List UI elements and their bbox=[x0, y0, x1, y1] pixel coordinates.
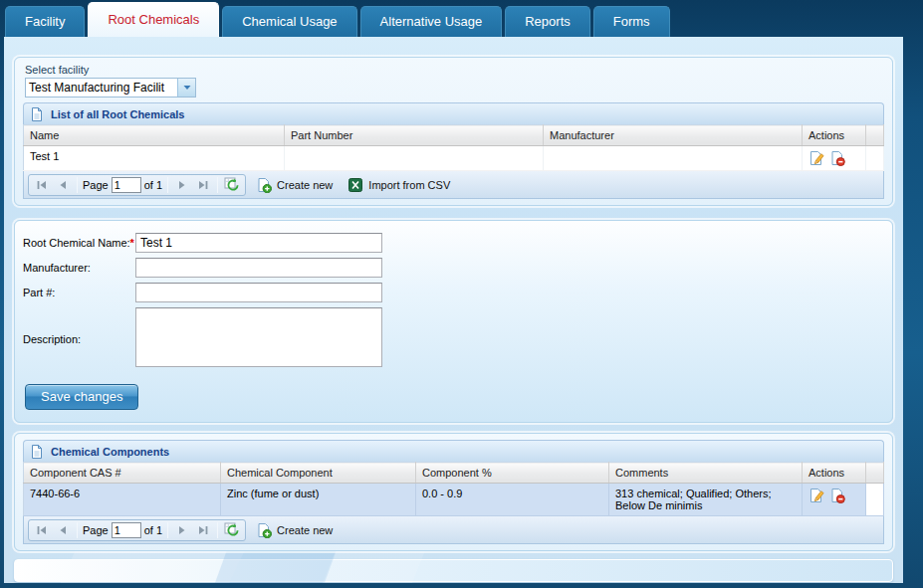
save-changes-button[interactable]: Save changes bbox=[25, 384, 138, 410]
create-new-button[interactable]: Create new bbox=[251, 177, 338, 193]
part-number-label: Part #: bbox=[23, 283, 135, 298]
part-number-field[interactable] bbox=[135, 283, 382, 302]
tab-bar: Facility Root Chemicals Chemical Usage A… bbox=[0, 0, 923, 37]
manufacturer-field[interactable] bbox=[135, 258, 382, 278]
cell-cas: 7440-66-6 bbox=[24, 484, 221, 516]
edit-icon[interactable] bbox=[808, 150, 824, 166]
column-header-name[interactable]: Name bbox=[24, 125, 285, 146]
create-new-button[interactable]: Create new bbox=[251, 522, 338, 538]
column-header-actions[interactable]: Actions bbox=[803, 463, 866, 484]
chemical-components-section-header: Chemical Components bbox=[23, 440, 884, 462]
form-row-description: Description: bbox=[23, 307, 884, 367]
column-header-manufacturer[interactable]: Manufacturer bbox=[544, 125, 803, 146]
table-header-row: Component CAS # Chemical Component Compo… bbox=[24, 463, 884, 484]
chemical-components-panel: Chemical Components Component CAS # Chem… bbox=[14, 433, 893, 551]
delete-icon[interactable] bbox=[829, 150, 845, 166]
last-page-button[interactable] bbox=[194, 176, 212, 194]
section-title: List of all Root Chemicals bbox=[51, 108, 184, 120]
toolbar-separator bbox=[77, 522, 78, 538]
column-header-component-percent[interactable]: Component % bbox=[416, 463, 609, 484]
delete-icon[interactable] bbox=[829, 488, 845, 503]
import-from-csv-label: Import from CSV bbox=[368, 179, 450, 191]
cell-filler bbox=[866, 146, 884, 171]
label-text: Root Chemical Name: bbox=[23, 237, 130, 249]
first-page-icon bbox=[34, 177, 50, 193]
root-chemical-name-label: Root Chemical Name:* bbox=[23, 233, 135, 249]
root-chemicals-section-header: List of all Root Chemicals bbox=[23, 102, 884, 124]
first-page-button[interactable] bbox=[33, 176, 51, 194]
tab-chemical-usage[interactable]: Chemical Usage bbox=[222, 6, 356, 37]
create-new-label: Create new bbox=[277, 524, 333, 536]
prev-page-icon bbox=[55, 522, 71, 538]
column-header-cas[interactable]: Component CAS # bbox=[24, 463, 221, 484]
last-page-icon bbox=[195, 177, 211, 193]
page-number-input[interactable] bbox=[112, 177, 141, 193]
next-page-button[interactable] bbox=[173, 176, 191, 194]
edit-icon[interactable] bbox=[808, 488, 824, 503]
first-page-icon bbox=[34, 522, 50, 538]
required-mark: * bbox=[130, 237, 134, 249]
chevron-down-icon bbox=[179, 80, 195, 96]
cell-component-percent: 0.0 - 0.9 bbox=[416, 484, 609, 516]
column-header-part-number[interactable]: Part Number bbox=[285, 125, 544, 146]
facility-select-trigger[interactable] bbox=[177, 79, 195, 97]
table-header-row: Name Part Number Manufacturer Actions bbox=[24, 125, 884, 146]
column-header-chemical-component[interactable]: Chemical Component bbox=[221, 463, 416, 484]
refresh-icon bbox=[224, 522, 240, 538]
first-page-button[interactable] bbox=[33, 521, 51, 539]
manufacturer-label: Manufacturer: bbox=[23, 258, 135, 274]
next-page-button[interactable] bbox=[173, 521, 191, 539]
column-header-filler bbox=[866, 125, 884, 146]
document-icon bbox=[29, 444, 45, 460]
table-row-selected[interactable]: 7440-66-6 Zinc (fume or dust) 0.0 - 0.9 … bbox=[24, 484, 884, 516]
cell-name: Test 1 bbox=[24, 146, 285, 171]
tab-alternative-usage[interactable]: Alternative Usage bbox=[360, 6, 503, 37]
column-header-comments[interactable]: Comments bbox=[609, 463, 803, 484]
toolbar-separator bbox=[217, 522, 218, 538]
chemical-components-table: Component CAS # Chemical Component Compo… bbox=[23, 462, 884, 516]
cell-actions bbox=[803, 146, 866, 171]
description-field[interactable] bbox=[135, 307, 382, 367]
prev-page-button[interactable] bbox=[54, 176, 72, 194]
page-count-label: of 1 bbox=[144, 179, 162, 191]
last-page-button[interactable] bbox=[194, 521, 212, 539]
form-row-name: Root Chemical Name:* bbox=[23, 233, 884, 253]
toolbar-separator bbox=[167, 522, 168, 538]
form-row-manufacturer: Manufacturer: bbox=[23, 258, 884, 278]
column-header-filler bbox=[866, 463, 884, 484]
root-chemical-name-field[interactable] bbox=[135, 233, 382, 253]
prev-page-button[interactable] bbox=[54, 521, 72, 539]
cell-filler bbox=[866, 484, 884, 516]
tab-forms[interactable]: Forms bbox=[593, 6, 670, 37]
create-new-label: Create new bbox=[277, 179, 333, 191]
page-count-label: of 1 bbox=[144, 524, 162, 536]
refresh-button[interactable] bbox=[223, 521, 241, 539]
tab-reports[interactable]: Reports bbox=[505, 6, 590, 37]
root-chemicals-list-panel: Select facility Test Manufacturing Facil… bbox=[14, 57, 893, 206]
root-chemicals-toolbar: Page of 1 Create new Import from CSV bbox=[23, 171, 884, 199]
tab-facility[interactable]: Facility bbox=[5, 6, 85, 37]
facility-select[interactable]: Test Manufacturing Facilit bbox=[25, 78, 196, 98]
toolbar-separator bbox=[77, 177, 78, 193]
cell-manufacturer bbox=[544, 146, 803, 171]
column-header-actions[interactable]: Actions bbox=[803, 125, 866, 146]
app-window: Facility Root Chemicals Chemical Usage A… bbox=[0, 0, 923, 588]
next-page-icon bbox=[174, 177, 190, 193]
tab-root-chemicals[interactable]: Root Chemicals bbox=[88, 2, 219, 37]
root-chemicals-table: Name Part Number Manufacturer Actions Te… bbox=[23, 124, 884, 171]
refresh-button[interactable] bbox=[223, 176, 241, 194]
cell-actions bbox=[803, 484, 866, 516]
page-number-input[interactable] bbox=[112, 522, 141, 538]
next-page-icon bbox=[174, 522, 190, 538]
excel-icon bbox=[347, 177, 363, 193]
page-content: Select facility Test Manufacturing Facil… bbox=[4, 37, 903, 583]
page-label: Page bbox=[83, 524, 109, 536]
toolbar-separator bbox=[167, 177, 168, 193]
document-icon bbox=[29, 106, 45, 122]
last-page-icon bbox=[195, 522, 211, 538]
import-from-csv-button[interactable]: Import from CSV bbox=[343, 177, 455, 193]
cell-comments: 313 chemical; Qualified; Others; Below D… bbox=[609, 484, 803, 516]
section-title: Chemical Components bbox=[51, 446, 169, 458]
select-facility-label: Select facility bbox=[25, 64, 884, 76]
table-row[interactable]: Test 1 bbox=[24, 146, 884, 171]
